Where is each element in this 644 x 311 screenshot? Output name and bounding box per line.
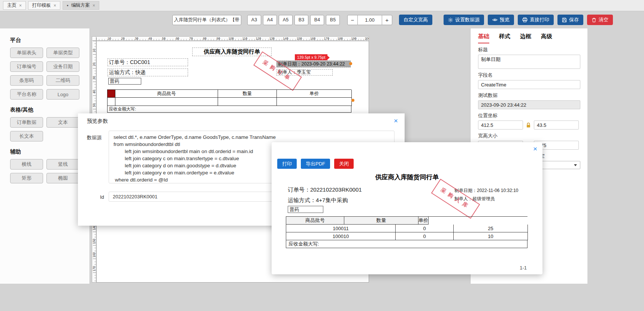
title-label: 标题 <box>478 46 580 53</box>
component-button[interactable]: 条形码 <box>10 75 43 86</box>
tab-advanced[interactable]: 高级 <box>541 33 552 43</box>
test-data-label: 测试数据 <box>478 92 580 99</box>
design-cell[interactable] <box>277 98 352 106</box>
preview-table-body: 100011 0 25 100010 0 10 <box>286 225 527 240</box>
component-button[interactable]: 订单编号 <box>10 61 43 72</box>
field-name-label: 字段名 <box>478 72 580 79</box>
properties-tabs: 基础 样式 边框 高级 <box>478 33 580 43</box>
zoom-in-button[interactable]: + <box>382 15 392 25</box>
table-other-items: 订单数据文本长文本 <box>10 117 79 141</box>
design-col-header[interactable]: 商品批号 <box>115 90 218 98</box>
tab-style[interactable]: 样式 <box>499 33 510 43</box>
design-cell[interactable] <box>108 98 115 106</box>
component-button[interactable]: Logo <box>46 89 79 100</box>
cell-qty: 0 <box>396 225 454 232</box>
export-pdf-button[interactable]: 导出PDF <box>301 159 330 169</box>
ruler-mark: 110 <box>234 37 247 40</box>
preview-table: 商品批号数量单价 100011 0 25 100010 0 10 应收金额大写: <box>286 216 527 248</box>
design-amount-row[interactable]: 应收金额大写: <box>108 106 351 113</box>
ruler-mark: 20 <box>111 37 124 40</box>
ruler-mark: 160 <box>92 245 96 259</box>
ruler-mark: 80 <box>193 37 206 40</box>
close-icon[interactable]: × <box>93 3 95 8</box>
print-button[interactable]: 打印 <box>277 159 297 169</box>
component-button[interactable]: 业务日期 <box>46 61 79 72</box>
button-label: 清空 <box>599 16 608 23</box>
tab-basic[interactable]: 基础 <box>478 33 489 43</box>
tab-label: 编辑方案 <box>71 2 90 9</box>
close-icon[interactable]: × <box>394 117 398 124</box>
ruler-mark: 90 <box>206 37 220 40</box>
paper-size-button[interactable]: A5 <box>279 15 293 25</box>
design-order-no[interactable]: 订单号：CDC001 <box>108 58 188 66</box>
design-cell[interactable] <box>115 98 218 106</box>
design-col-header[interactable]: 单价 <box>277 90 352 98</box>
design-transport[interactable]: 运输方式：快递 <box>108 68 188 76</box>
close-icon[interactable]: × <box>533 145 537 152</box>
ruler-mark: 130 <box>261 37 275 40</box>
component-button[interactable]: 订单数据 <box>10 117 43 128</box>
field-name-input[interactable] <box>478 80 580 89</box>
tab-print-template[interactable]: 打印模板 × <box>28 1 60 10</box>
component-button[interactable]: 单据表头 <box>10 48 43 58</box>
save-button[interactable]: 保存 <box>557 15 583 25</box>
tab-home[interactable]: 主页 × <box>3 1 26 10</box>
position-x-input[interactable] <box>478 121 523 129</box>
resize-handle[interactable] <box>351 99 354 102</box>
design-col-header[interactable]: 数量 <box>218 90 277 98</box>
design-cell[interactable] <box>218 98 277 106</box>
direct-print-button[interactable]: 直接打印 <box>518 15 554 25</box>
component-button[interactable]: 椭圆 <box>46 173 79 183</box>
paper-size-button[interactable]: B3 <box>294 15 308 25</box>
paper-size-button[interactable]: B4 <box>310 15 324 25</box>
active-dot-icon: ● <box>67 4 69 7</box>
ruler-mark: 10 <box>97 37 111 40</box>
zoom-input[interactable] <box>358 15 382 25</box>
paper-size-button[interactable]: B5 <box>326 15 340 25</box>
paper-size-button[interactable]: A4 <box>263 15 277 25</box>
tab-border[interactable]: 边框 <box>520 33 531 43</box>
size-tooltip: 139.5pt x 9.75pt <box>295 54 327 60</box>
component-button[interactable]: 二维码 <box>46 75 79 86</box>
close-button[interactable]: 关闭 <box>334 159 354 169</box>
lock-icon[interactable] <box>526 122 531 128</box>
tab-label: 打印模板 <box>32 2 51 9</box>
section-title-auxiliary: 辅助 <box>10 148 79 155</box>
set-datasource-button[interactable]: 设置数据源 <box>444 15 484 25</box>
zoom-out-button[interactable]: − <box>347 15 358 25</box>
toolbar: 入库随货同行单（列表式）【带 A3A4A5B3B4B5 − + 自定义宽高 设置… <box>0 11 644 28</box>
tab-edit-scheme[interactable]: ● 编辑方案 × <box>63 1 99 10</box>
component-button[interactable]: 长文本 <box>10 131 43 141</box>
close-icon[interactable]: × <box>54 3 56 8</box>
custom-size-button[interactable]: 自定义宽高 <box>399 15 432 25</box>
component-button[interactable]: 竖线 <box>46 159 79 170</box>
component-button[interactable]: 单据类型 <box>46 48 79 58</box>
component-button[interactable]: 文本 <box>46 117 79 128</box>
ruler-mark: 140 <box>275 37 288 40</box>
close-icon[interactable]: × <box>19 3 22 8</box>
ruler-mark: 50 <box>152 37 166 40</box>
preview-create-date: 制单日期：2022-11-06 10:32:10 <box>454 187 518 194</box>
test-data-input[interactable] <box>478 100 580 109</box>
component-button[interactable]: 矩形 <box>10 173 43 183</box>
title-field[interactable]: 制单日期 <box>478 55 580 69</box>
selected-cell-marker[interactable] <box>108 90 115 98</box>
design-drug-type[interactable]: 普药 <box>108 78 141 85</box>
ruler-mark: 20 <box>92 54 96 68</box>
ruler-mark: 50 <box>92 95 96 109</box>
preview-button[interactable]: 预览 <box>488 15 514 25</box>
resize-handle[interactable] <box>349 62 352 65</box>
ruler-mark: 200 <box>356 37 369 40</box>
cell-price: 10 <box>454 232 528 240</box>
preview-doc-title: 供应商入库随货同行单 <box>272 173 542 182</box>
ruler-mark: 150 <box>92 231 96 245</box>
ruler-mark: 170 <box>92 259 96 272</box>
component-button[interactable]: 平台名称 <box>10 89 43 100</box>
design-table[interactable]: 商品批号 数量 单价 应收金额大写: <box>107 89 351 113</box>
template-name-button[interactable]: 入库随货同行单（列表式）【带 <box>172 15 241 25</box>
design-create-date-selected[interactable]: 制单日期：2023-09-20 23:44:22 <box>276 61 351 67</box>
paper-size-button[interactable]: A3 <box>247 15 261 25</box>
position-y-input[interactable] <box>534 121 579 129</box>
component-button[interactable]: 横线 <box>10 159 43 170</box>
clear-button[interactable]: 清空 <box>587 15 613 25</box>
